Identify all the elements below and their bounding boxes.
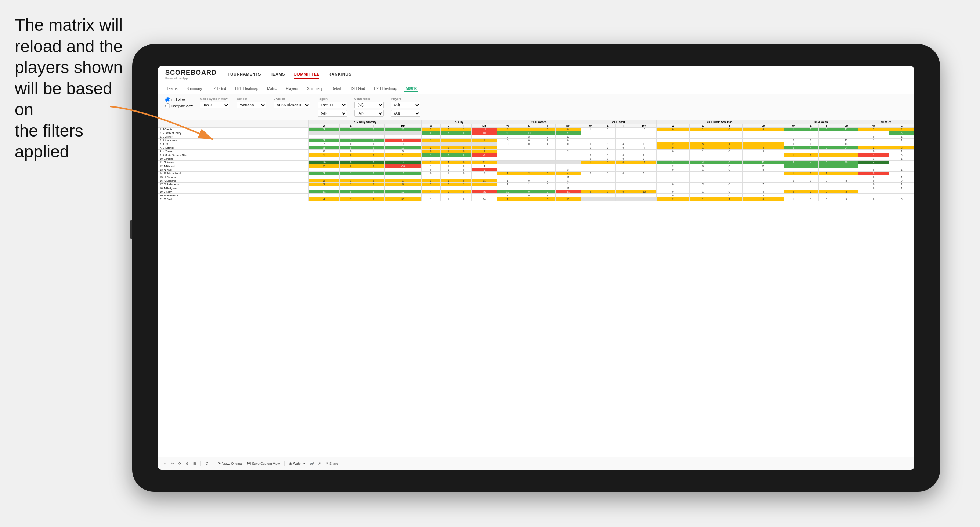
nav-committee[interactable]: COMMITTEE bbox=[294, 70, 320, 79]
table-row: 21. O Stoll 41033 11014 11010 2110 1109 … bbox=[158, 197, 914, 201]
toolbar-divider-2 bbox=[213, 460, 213, 467]
refresh-button[interactable]: ⟳ bbox=[178, 462, 181, 465]
zoom-button[interactable]: ⊕ bbox=[186, 462, 189, 465]
filter-players-sub-select[interactable]: (All) bbox=[391, 110, 420, 117]
filter-region-sub-select[interactable]: (All) bbox=[318, 110, 347, 117]
sub-nav-h2h-heatmap[interactable]: H2H Heatmap bbox=[234, 86, 259, 91]
sub-nav-summary[interactable]: Summary bbox=[185, 86, 204, 91]
matrix-table-wrapper[interactable]: 2. M Kelly Mulcahy 6. A Dy 11. G Woods 2… bbox=[158, 120, 914, 470]
sub-nav-h2h-heatmap2[interactable]: H2H Heatmap bbox=[372, 86, 398, 91]
cell bbox=[716, 139, 743, 142]
cell bbox=[690, 132, 716, 135]
cell: 0 bbox=[456, 146, 471, 150]
cell: 0 bbox=[519, 139, 540, 142]
view-original-button[interactable]: 👁 View: Original bbox=[218, 462, 242, 465]
fullscreen-button[interactable]: ⤢ bbox=[318, 462, 321, 465]
cell bbox=[519, 157, 540, 161]
cell bbox=[690, 157, 716, 161]
cell: 27 bbox=[385, 128, 421, 132]
col-t-dy: T bbox=[456, 124, 471, 128]
cell: 3 bbox=[555, 150, 581, 153]
layout-button[interactable]: ⊞ bbox=[193, 462, 196, 465]
cell bbox=[616, 183, 631, 186]
cell bbox=[803, 194, 818, 197]
cell bbox=[657, 175, 690, 179]
cell bbox=[716, 172, 743, 175]
cell bbox=[309, 194, 340, 197]
filter-conference-sub-select[interactable]: (All) bbox=[354, 110, 384, 117]
filter-region-select[interactable]: East - DII West - DII (All) bbox=[318, 102, 347, 108]
timer-button[interactable]: ⏱ bbox=[205, 462, 208, 465]
cell: 0 bbox=[889, 153, 914, 157]
cell: 7 bbox=[309, 142, 340, 146]
cell: 6 bbox=[889, 132, 914, 135]
table-row: 13. N Klug 010-2 3 0108 01 bbox=[158, 168, 914, 172]
sub-nav-h2h-grid2[interactable]: H2H Grid bbox=[348, 86, 366, 91]
cell: 0 bbox=[803, 172, 818, 175]
cell: 2 bbox=[631, 157, 657, 161]
cell bbox=[784, 168, 803, 172]
col-l-za: L bbox=[889, 124, 914, 128]
cell: 1 bbox=[340, 139, 362, 142]
watch-button[interactable]: ◉ Watch ▾ bbox=[289, 462, 305, 465]
sub-nav-matrix[interactable]: Matrix bbox=[266, 86, 278, 91]
cell: 1 bbox=[340, 128, 362, 132]
cell bbox=[631, 197, 657, 201]
nav-rankings[interactable]: RANKINGS bbox=[328, 70, 352, 79]
cell: 2 bbox=[600, 146, 616, 150]
cell bbox=[540, 168, 555, 172]
cell bbox=[784, 135, 803, 139]
cell: 0 bbox=[471, 194, 497, 197]
filter-conference: Conference (All) (All) bbox=[354, 97, 384, 117]
cell: 0 bbox=[657, 183, 690, 186]
cell: 0 bbox=[456, 168, 471, 172]
filter-division-select[interactable]: NCAA Division II NCAA Division I NCAA Di… bbox=[274, 102, 310, 108]
comment-button[interactable]: 💬 bbox=[310, 462, 313, 465]
cell bbox=[803, 175, 818, 179]
cell: 0 bbox=[555, 128, 581, 132]
filter-bar: Full View Compact View Max players in vi… bbox=[158, 94, 914, 120]
cell: 0 bbox=[340, 142, 362, 146]
cell bbox=[818, 157, 834, 161]
cell bbox=[690, 153, 716, 157]
filter-conference-select[interactable]: (All) bbox=[354, 102, 384, 108]
cell bbox=[540, 161, 555, 164]
sub-nav-teams[interactable]: Teams bbox=[165, 86, 179, 91]
col-w-za: W bbox=[858, 124, 889, 128]
share-button[interactable]: ↗ Share bbox=[325, 462, 338, 465]
cell: 0 bbox=[616, 172, 631, 175]
sub-nav-h2h-grid[interactable]: H2H Grid bbox=[209, 86, 228, 91]
nav-teams[interactable]: TEAMS bbox=[270, 70, 285, 79]
cell: 1 bbox=[471, 139, 497, 142]
cell: 13 bbox=[497, 190, 518, 194]
redo-button[interactable]: ↪ bbox=[171, 462, 174, 465]
sub-nav-matrix2[interactable]: Matrix bbox=[404, 86, 418, 92]
cell bbox=[784, 183, 803, 186]
cell: 1 bbox=[784, 197, 803, 201]
sub-nav-detail[interactable]: Detail bbox=[330, 86, 342, 91]
cell: 18 bbox=[385, 146, 421, 150]
col-t-woods: T bbox=[540, 124, 555, 128]
bottom-toolbar: ↩ ↪ ⟳ ⊕ ⊞ ⏱ 👁 View: Original 💾 Save Cust… bbox=[158, 457, 914, 470]
cell bbox=[690, 175, 716, 179]
cell bbox=[497, 168, 518, 172]
cell: 0 bbox=[716, 161, 743, 164]
cell bbox=[600, 139, 616, 142]
sub-nav-summary2[interactable]: Summary bbox=[305, 86, 324, 91]
nav-tournaments[interactable]: TOURNAMENTS bbox=[228, 70, 261, 79]
col-l-stoll: L bbox=[600, 124, 616, 128]
filter-players-select[interactable]: (All) bbox=[391, 102, 420, 108]
col-dif-stoll: Dif bbox=[631, 124, 657, 128]
undo-button[interactable]: ↩ bbox=[164, 462, 167, 465]
save-custom-view-button[interactable]: 💾 Save Custom View bbox=[247, 462, 280, 465]
cell: 6 bbox=[743, 128, 784, 132]
cell bbox=[743, 139, 784, 142]
sub-nav-players[interactable]: Players bbox=[285, 86, 300, 91]
cell bbox=[309, 135, 340, 139]
cell: -11 bbox=[471, 128, 497, 132]
cell bbox=[555, 194, 581, 197]
cell bbox=[309, 186, 340, 190]
table-row: 14. S Srichantamit 31016 0105 1204 0105 … bbox=[158, 172, 914, 175]
cell: 3 bbox=[421, 128, 441, 132]
cell bbox=[858, 132, 889, 135]
